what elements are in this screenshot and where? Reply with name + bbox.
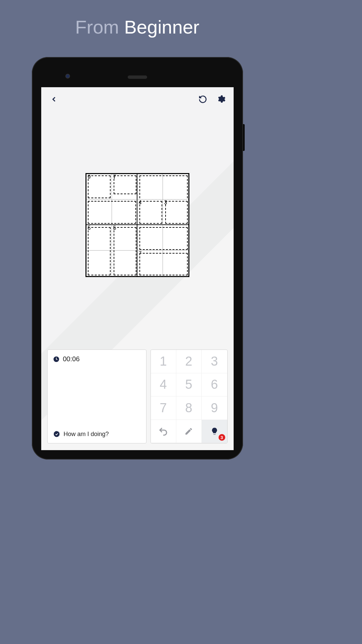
cell-3-2[interactable]: 7 xyxy=(137,251,163,276)
cell-1-2[interactable]: 4 xyxy=(137,200,163,225)
cage-sum: 7 xyxy=(113,174,116,180)
cell-0-3[interactable] xyxy=(163,174,188,200)
gear-icon xyxy=(216,95,226,104)
timer-value: 00:06 xyxy=(63,355,80,363)
topbar xyxy=(41,87,234,111)
settings-button[interactable] xyxy=(215,93,227,105)
cell-3-3[interactable] xyxy=(163,251,188,276)
headline-emphasis: Beginner xyxy=(124,16,199,38)
keypad-7[interactable]: 7 xyxy=(151,396,176,420)
undo-button[interactable] xyxy=(151,420,176,443)
cell-2-0[interactable]: 5 xyxy=(86,225,112,251)
timer: 00:06 xyxy=(53,355,141,363)
cell-1-1[interactable] xyxy=(112,200,137,225)
keypad-4[interactable]: 4 xyxy=(151,373,176,397)
undo-arrow-icon xyxy=(158,426,168,436)
pencil-icon xyxy=(184,427,193,436)
cage-sum: 5 xyxy=(88,225,91,231)
cage-sum: 7 xyxy=(139,251,142,257)
cage-sum: 3 xyxy=(164,200,167,206)
lightbulb-icon xyxy=(210,427,219,436)
cell-0-0[interactable]: 9 xyxy=(86,174,112,200)
keypad-5[interactable]: 5 xyxy=(176,373,202,397)
hint-count-badge: 3 xyxy=(219,434,225,441)
number-keypad: 1 2 3 4 5 6 7 8 9 3 xyxy=(150,350,228,443)
clock-icon xyxy=(53,356,60,363)
keypad-1[interactable]: 1 xyxy=(151,350,176,373)
phone-camera xyxy=(65,74,70,78)
keypad-6[interactable]: 6 xyxy=(202,373,227,397)
back-button[interactable] xyxy=(48,93,60,105)
cell-3-0[interactable] xyxy=(86,251,112,276)
cage-sum: 9 xyxy=(88,174,91,180)
undo-icon xyxy=(198,95,207,104)
cell-1-3[interactable]: 3 xyxy=(163,200,188,225)
keypad-9[interactable]: 9 xyxy=(202,396,227,420)
sudoku-grid[interactable]: 9 7 4 3 5 xyxy=(85,173,189,277)
cell-0-1[interactable]: 7 xyxy=(112,174,137,200)
cell-3-1[interactable] xyxy=(112,251,137,276)
cage-sum: 5 xyxy=(113,225,116,231)
status-label: How am I doing? xyxy=(64,431,109,438)
marketing-headline: From Beginner xyxy=(0,0,275,38)
keypad-2[interactable]: 2 xyxy=(176,350,202,373)
pencil-button[interactable] xyxy=(176,420,202,443)
cage-sum: 4 xyxy=(139,200,142,206)
cell-2-2[interactable] xyxy=(137,225,163,251)
keypad-8[interactable]: 8 xyxy=(176,396,202,420)
keypad-3[interactable]: 3 xyxy=(202,350,227,373)
bottom-panel: 00:06 How am I doing? 1 2 3 4 5 6 7 8 9 xyxy=(41,345,234,450)
hint-button[interactable]: 3 xyxy=(202,420,227,443)
cell-2-1[interactable]: 5 xyxy=(112,225,137,251)
phone-speaker xyxy=(128,75,147,79)
puzzle-area: 9 7 4 3 5 xyxy=(41,111,234,345)
app-screen: 9 7 4 3 5 xyxy=(41,87,234,450)
cell-2-3[interactable] xyxy=(163,225,188,251)
headline-prefix: From xyxy=(75,16,119,38)
cell-1-0[interactable] xyxy=(86,200,112,225)
info-card: 00:06 How am I doing? xyxy=(47,350,146,443)
reset-button[interactable] xyxy=(197,93,209,105)
status-check-button[interactable]: How am I doing? xyxy=(53,430,141,438)
chevron-left-icon xyxy=(50,95,58,103)
cell-0-2[interactable] xyxy=(137,174,163,200)
check-badge-icon xyxy=(53,430,60,438)
phone-side-button xyxy=(243,124,245,151)
phone-device-frame: 9 7 4 3 5 xyxy=(32,57,243,460)
